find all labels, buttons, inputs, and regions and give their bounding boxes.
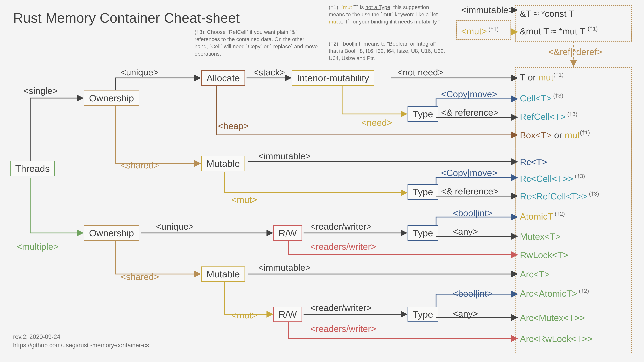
footer: rev.2; 2020-09-24 https://github.com/usa…	[13, 333, 149, 350]
label-unique-2: <unique>	[156, 221, 194, 232]
label-shared-1: <shared>	[121, 160, 159, 170]
result-rwlock: RwLock<T>	[520, 250, 568, 260]
node-type-4: Type	[408, 307, 438, 322]
footnote-2: (†2): `bool|int` means to "Boolean or In…	[329, 40, 446, 62]
label-ampref-2: <& reference>	[441, 186, 498, 196]
result-rcrefcell: Rc<RefCell<T>> (†3)	[520, 191, 599, 201]
result-mutex: Mutex<T>	[520, 231, 561, 242]
node-threads: Threads	[10, 161, 55, 176]
label-immutable-m1: <immutable>	[258, 151, 310, 161]
mutbox-small	[456, 20, 511, 40]
node-ownership-2: Ownership	[84, 225, 139, 241]
result-cell: Cell<T> (†3)	[520, 93, 563, 103]
label-single: <single>	[24, 85, 58, 96]
label-immutable-m2: <immutable>	[258, 262, 310, 273]
label-any-2: <any>	[453, 308, 478, 319]
label-readerswriter-2: <readers/writer>	[310, 324, 376, 334]
node-type-3: Type	[408, 225, 438, 241]
node-ownership-1: Ownership	[84, 90, 139, 106]
result-rc: Rc<T>	[520, 157, 547, 167]
label-any-1: <any>	[453, 226, 478, 237]
label-boolint-1: <bool|int>	[453, 208, 492, 218]
result-refT: &T ≈ *const T	[520, 8, 574, 19]
label-unique-1: <unique>	[121, 67, 158, 77]
result-rccell: Rc<Cell<T>> (†3)	[520, 173, 585, 184]
label-ampref-1: <& reference>	[441, 107, 498, 118]
footnote-1: (†1): `mut T` is not a Type, this sugges…	[329, 4, 446, 25]
label-notneed: <not need>	[398, 67, 443, 77]
label-readerwriter-2: <reader/writer>	[310, 303, 372, 313]
results-box	[515, 67, 632, 353]
result-arcatomic: Arc<AtomicT> (†2)	[520, 288, 589, 299]
label-mut-m1: <mut>	[232, 194, 257, 205]
label-heap: <heap>	[218, 121, 249, 131]
label-immutable-top: <immutable>	[461, 5, 514, 15]
node-allocate: Allocate	[201, 70, 245, 86]
result-TorMut: T or mut(†1)	[520, 72, 564, 82]
result-arc: Arc<T>	[520, 269, 550, 279]
node-type-2: Type	[408, 184, 438, 200]
label-readerwriter-1: <reader/writer>	[310, 221, 372, 232]
node-rw-1: R/W	[273, 225, 302, 241]
result-box: Box<T> or mut(†1)	[520, 130, 590, 140]
page-title: Rust Memory Container Cheat-sheet	[13, 10, 240, 26]
label-copymove-1: <Copy|move>	[441, 89, 497, 99]
node-interior: Interior-mutability	[292, 70, 374, 86]
label-stack: <stack>	[253, 67, 285, 77]
node-type-1: Type	[408, 106, 438, 122]
label-mut-m2: <mut>	[232, 310, 257, 321]
result-atomict: AtomicT (†2)	[520, 211, 565, 222]
label-readerswriter-1: <readers/writer>	[310, 241, 376, 252]
label-refderef: <&ref|*deref>	[548, 46, 602, 57]
footnote-3: (†3): Choose `RefCell` if you want plain…	[194, 28, 319, 57]
label-shared-2: <shared>	[121, 272, 159, 282]
node-rw-2: R/W	[273, 307, 302, 322]
result-arcrwlock: Arc<RwLock<T>>	[520, 334, 592, 344]
result-refcell: RefCell<T> (†3)	[520, 111, 578, 122]
label-copymove-2: <Copy|move>	[441, 168, 497, 178]
result-refmutT: &mut T ≈ *mut T (†1)	[520, 26, 598, 36]
label-need: <need>	[362, 117, 392, 128]
label-multiple: <multiple>	[17, 241, 58, 252]
node-mutable-2: Mutable	[201, 267, 245, 282]
result-arcmutex: Arc<Mutex<T>>	[520, 313, 585, 323]
label-boolint-2: <bool|int>	[453, 288, 492, 299]
node-mutable-1: Mutable	[201, 156, 245, 171]
